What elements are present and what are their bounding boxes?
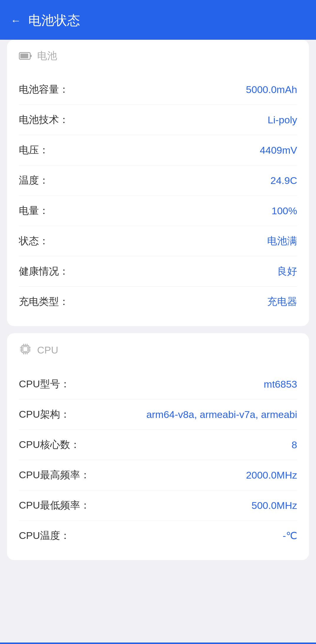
cpu-section-title: CPU — [37, 344, 58, 356]
cpu-row-label: CPU最低频率： — [19, 499, 90, 512]
cpu-row-value: -℃ — [283, 530, 297, 542]
battery-row-label: 电量： — [19, 204, 49, 218]
battery-row-label: 电池技术： — [19, 113, 69, 127]
cpu-info-list: CPU型号：mt6853CPU架构：arm64-v8a, armeabi-v7a… — [19, 369, 297, 551]
cpu-card: CPU CPU型号：mt6853CPU架构：arm64-v8a, armeabi… — [7, 333, 309, 560]
battery-info-row: 健康情况：良好 — [19, 256, 297, 287]
cpu-row-label: CPU型号： — [19, 377, 70, 391]
page-title: 电池状态 — [28, 12, 80, 29]
content-area: 电池 电池容量：5000.0mAh电池技术：Li-poly电压：4409mV温度… — [0, 40, 316, 643]
battery-info-row: 温度：24.9C — [19, 165, 297, 196]
cpu-info-row: CPU架构：arm64-v8a, armeabi-v7a, armeabi — [19, 399, 297, 430]
battery-info-row: 电池容量：5000.0mAh — [19, 74, 297, 105]
battery-info-row: 充电类型：充电器 — [19, 287, 297, 317]
battery-row-label: 健康情况： — [19, 265, 69, 278]
battery-row-value: 电池满 — [267, 234, 297, 248]
cpu-row-value: 2000.0MHz — [246, 469, 297, 481]
battery-row-value: 良好 — [277, 265, 297, 278]
battery-row-value: Li-poly — [268, 114, 297, 126]
battery-row-label: 温度： — [19, 174, 49, 187]
battery-row-value: 4409mV — [260, 145, 297, 156]
battery-row-value: 24.9C — [270, 175, 297, 186]
battery-row-label: 电池容量： — [19, 83, 69, 96]
battery-info-row: 电压：4409mV — [19, 135, 297, 165]
cpu-info-row: CPU最高频率：2000.0MHz — [19, 460, 297, 490]
battery-info-row: 电池技术：Li-poly — [19, 105, 297, 135]
battery-section-title: 电池 — [37, 49, 57, 63]
cpu-row-value: 500.0MHz — [252, 500, 297, 511]
battery-info-row: 状态：电池满 — [19, 226, 297, 256]
cpu-icon — [19, 343, 32, 357]
cpu-info-row: CPU型号：mt6853 — [19, 369, 297, 399]
svg-rect-4 — [23, 347, 28, 351]
cpu-row-value: mt6853 — [264, 379, 297, 390]
battery-row-value: 充电器 — [267, 295, 297, 308]
app-header: ← 电池状态 — [0, 0, 316, 40]
svg-rect-2 — [31, 55, 32, 57]
cpu-info-row: CPU核心数：8 — [19, 430, 297, 460]
cpu-row-label: CPU核心数： — [19, 438, 80, 452]
cpu-info-row: CPU温度：-℃ — [19, 521, 297, 551]
back-button[interactable]: ← — [11, 15, 21, 26]
battery-card: 电池 电池容量：5000.0mAh电池技术：Li-poly电压：4409mV温度… — [7, 40, 309, 326]
cpu-row-label: CPU最高频率： — [19, 468, 90, 482]
battery-info-row: 电量：100% — [19, 196, 297, 226]
battery-row-value: 5000.0mAh — [246, 84, 297, 95]
battery-section-header: 电池 — [19, 49, 297, 66]
svg-rect-1 — [20, 54, 28, 58]
cpu-row-value: arm64-v8a, armeabi-v7a, armeabi — [146, 409, 297, 420]
battery-info-list: 电池容量：5000.0mAh电池技术：Li-poly电压：4409mV温度：24… — [19, 74, 297, 317]
battery-row-label: 充电类型： — [19, 295, 69, 308]
battery-row-value: 100% — [272, 205, 297, 217]
battery-row-label: 电压： — [19, 143, 49, 157]
cpu-info-row: CPU最低频率：500.0MHz — [19, 490, 297, 521]
battery-row-label: 状态： — [19, 234, 49, 248]
cpu-section-header: CPU — [19, 343, 297, 360]
cpu-row-value: 8 — [292, 439, 297, 451]
cpu-row-label: CPU架构： — [19, 408, 70, 421]
battery-icon — [19, 50, 32, 62]
cpu-row-label: CPU温度： — [19, 529, 70, 542]
